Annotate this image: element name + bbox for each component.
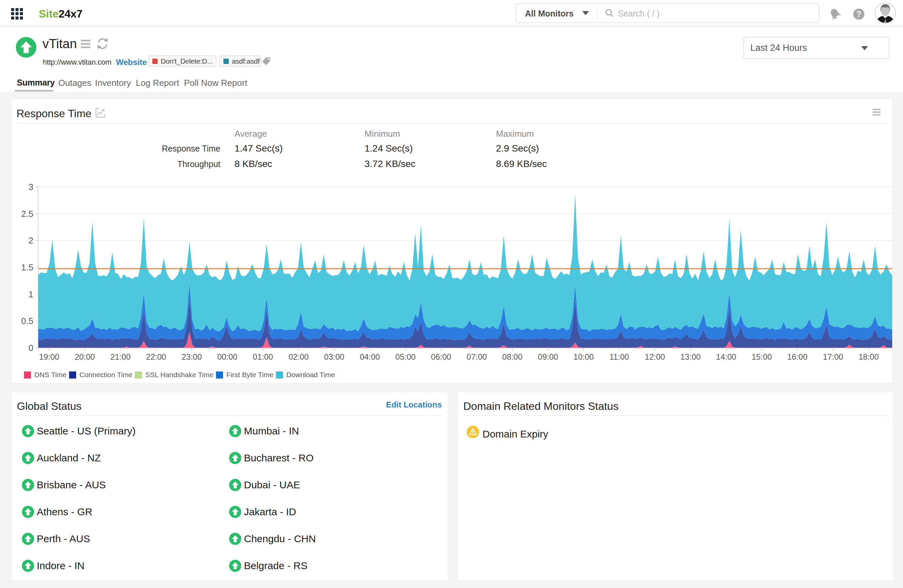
svg-text:?: ? — [856, 10, 861, 19]
